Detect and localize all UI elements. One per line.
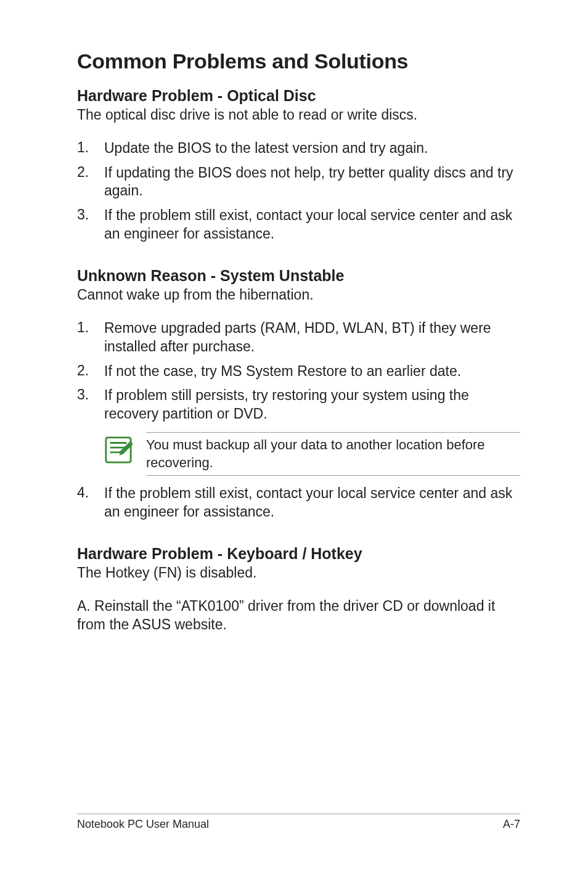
footer-left: Notebook PC User Manual <box>77 818 209 831</box>
list-item: 2. If not the case, try MS System Restor… <box>77 362 520 381</box>
list-item: 3. If the problem still exist, contact y… <box>77 206 520 243</box>
section-keyboard-hotkey: Hardware Problem - Keyboard / Hotkey The… <box>77 545 520 634</box>
list-number: 1. <box>77 139 104 158</box>
section-paragraph: A. Reinstall the “ATK0100” driver from t… <box>77 597 520 634</box>
ordered-list: 1. Update the BIOS to the latest version… <box>77 139 520 243</box>
list-text: If the problem still exist, contact your… <box>104 484 520 521</box>
ordered-list: 1. Remove upgraded parts (RAM, HDD, WLAN… <box>77 319 520 423</box>
list-item: 1. Update the BIOS to the latest version… <box>77 139 520 158</box>
note-body: You must backup all your data to another… <box>146 432 520 476</box>
list-item: 2. If updating the BIOS does not help, t… <box>77 164 520 201</box>
divider <box>146 432 520 433</box>
list-number: 4. <box>77 484 104 521</box>
footer-right: A-7 <box>503 818 520 831</box>
page: Common Problems and Solutions Hardware P… <box>0 0 588 874</box>
section-intro: The optical disc drive is not able to re… <box>77 106 520 125</box>
list-text: Update the BIOS to the latest version an… <box>104 139 520 158</box>
list-item: 4. If the problem still exist, contact y… <box>77 484 520 521</box>
note-text: You must backup all your data to another… <box>146 436 520 472</box>
divider <box>77 814 520 814</box>
page-footer: Notebook PC User Manual A-7 <box>77 814 520 831</box>
list-text: If problem still persists, try restoring… <box>104 386 520 423</box>
section-heading: Hardware Problem - Keyboard / Hotkey <box>77 545 520 563</box>
footer-row: Notebook PC User Manual A-7 <box>77 818 520 831</box>
list-number: 3. <box>77 206 104 243</box>
divider <box>146 475 520 476</box>
list-number: 2. <box>77 362 104 381</box>
page-title: Common Problems and Solutions <box>77 49 520 73</box>
section-system-unstable: Unknown Reason - System Unstable Cannot … <box>77 267 520 521</box>
section-intro: The Hotkey (FN) is disabled. <box>77 564 520 582</box>
section-optical-disc: Hardware Problem - Optical Disc The opti… <box>77 87 520 243</box>
note-callout: You must backup all your data to another… <box>104 432 520 476</box>
list-text: If updating the BIOS does not help, try … <box>104 164 520 201</box>
list-number: 2. <box>77 164 104 201</box>
section-intro: Cannot wake up from the hibernation. <box>77 286 520 304</box>
list-text: If the problem still exist, contact your… <box>104 206 520 243</box>
list-item: 3. If problem still persists, try restor… <box>77 386 520 423</box>
list-text: If not the case, try MS System Restore t… <box>104 362 520 381</box>
section-heading: Unknown Reason - System Unstable <box>77 267 520 285</box>
section-heading: Hardware Problem - Optical Disc <box>77 87 520 105</box>
note-icon <box>104 436 133 464</box>
list-number: 3. <box>77 386 104 423</box>
list-number: 1. <box>77 319 104 356</box>
list-item: 1. Remove upgraded parts (RAM, HDD, WLAN… <box>77 319 520 356</box>
list-text: Remove upgraded parts (RAM, HDD, WLAN, B… <box>104 319 520 356</box>
